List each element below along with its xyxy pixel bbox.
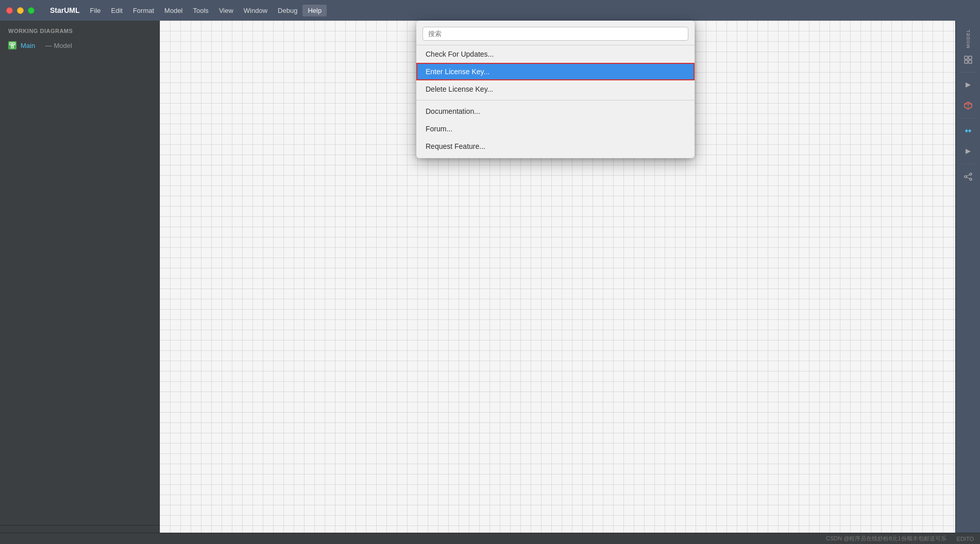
menu-help[interactable]: Help [302,5,327,16]
svg-rect-0 [10,43,12,45]
status-text: CSDN @程序员在线炒粉8元1份顺丰包邮送可乐 [826,535,947,542]
minimize-button[interactable] [17,7,24,14]
cube-button[interactable] [959,96,977,115]
diagram-separator [39,42,41,49]
search-container[interactable] [416,24,695,45]
menu-forum[interactable]: Forum... [416,120,695,138]
right-toolbar: MODEL [955,21,980,544]
diagram-icon [8,41,16,49]
svg-rect-1 [13,43,15,45]
working-diagrams-label: WORKING DIAGRAMS [0,21,159,38]
menu-view[interactable]: View [214,5,239,16]
svg-point-14 [970,178,972,180]
diagram-model: — Model [45,42,72,49]
toolbar-separator-3 [961,164,975,164]
svg-point-12 [970,173,972,175]
svg-line-15 [967,175,970,176]
maximize-button[interactable] [28,7,35,14]
menu-enter-license[interactable]: Enter License Key... [416,63,695,80]
search-input[interactable] [423,27,688,41]
menu-delete-license[interactable]: Delete License Key... [416,80,695,98]
menu-debug[interactable]: Debug [273,5,302,16]
model-panel-label: MODEL [966,25,971,48]
menu-separator [416,100,695,100]
toolbar-separator-2 [961,118,975,118]
svg-marker-11 [966,149,971,154]
gear-button[interactable] [959,50,977,69]
toolbar-separator-1 [961,72,975,73]
menu-check-updates[interactable]: Check For Updates... [416,45,695,63]
diagram-name: Main [21,42,35,49]
menu-documentation[interactable]: Documentation... [416,103,695,120]
bottom-right-label: EDITO [957,536,974,542]
menu-model[interactable]: Model [159,5,188,16]
title-bar: StarUML File Edit Format Model Tools Vie… [0,0,980,21]
menu-bar: StarUML File Edit Format Model Tools Vie… [45,4,327,16]
move-button[interactable] [959,122,977,140]
left-sidebar: WORKING DIAGRAMS Main — Model TOOLBOX [0,21,160,544]
help-dropdown-menu[interactable]: Check For Updates... Enter License Key..… [416,21,695,158]
expand-icon-button[interactable] [959,142,977,161]
svg-rect-5 [965,56,968,59]
menu-window[interactable]: Window [239,5,273,16]
svg-marker-9 [966,82,971,88]
svg-rect-6 [969,56,972,59]
svg-rect-8 [969,60,972,63]
window-controls [6,7,35,14]
app-name[interactable]: StarUML [45,4,85,16]
svg-point-13 [965,176,967,178]
svg-rect-7 [965,60,968,63]
svg-rect-2 [11,46,13,48]
menu-tools[interactable]: Tools [188,5,214,16]
diagram-item-main[interactable]: Main — Model [0,38,159,53]
close-button[interactable] [6,7,13,14]
menu-request-feature[interactable]: Request Feature... [416,138,695,155]
status-bar: CSDN @程序员在线炒粉8元1份顺丰包邮送可乐 EDITO [0,533,980,544]
svg-line-16 [967,177,970,179]
share-button[interactable] [959,167,977,186]
menu-edit[interactable]: Edit [106,5,128,16]
arrow-right-button[interactable] [959,76,977,94]
menu-file[interactable]: File [85,5,106,16]
menu-format[interactable]: Format [128,5,159,16]
